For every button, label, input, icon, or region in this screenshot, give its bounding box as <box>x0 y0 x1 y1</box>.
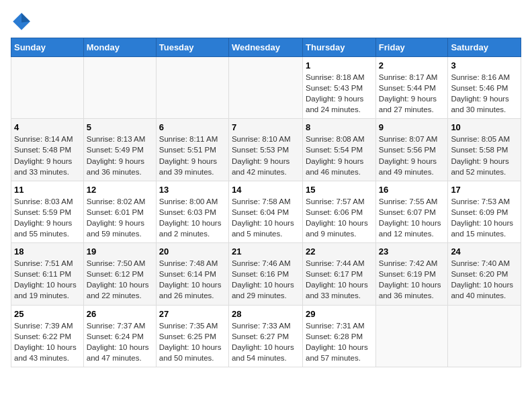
calendar-cell <box>156 57 228 119</box>
calendar-cell: 21Sunrise: 7:46 AMSunset: 6:16 PMDayligh… <box>228 243 302 305</box>
day-info: Sunrise: 7:42 AMSunset: 6:19 PMDaylight:… <box>379 258 445 301</box>
day-info: Sunrise: 8:16 AMSunset: 5:46 PMDaylight:… <box>451 72 518 115</box>
calendar-cell: 12Sunrise: 8:02 AMSunset: 6:01 PMDayligh… <box>83 181 156 242</box>
calendar-week-3: 11Sunrise: 8:03 AMSunset: 5:59 PMDayligh… <box>11 181 521 242</box>
calendar-week-1: 1Sunrise: 8:18 AMSunset: 5:43 PMDaylight… <box>11 57 521 119</box>
day-info: Sunrise: 7:51 AMSunset: 6:11 PMDaylight:… <box>14 258 81 301</box>
calendar-cell: 16Sunrise: 7:55 AMSunset: 6:07 PMDayligh… <box>375 181 448 242</box>
day-number: 3 <box>451 60 518 71</box>
calendar-week-5: 25Sunrise: 7:39 AMSunset: 6:22 PMDayligh… <box>11 305 521 367</box>
day-number: 10 <box>451 122 518 132</box>
calendar-cell: 28Sunrise: 7:33 AMSunset: 6:27 PMDayligh… <box>228 305 302 367</box>
day-number: 22 <box>306 246 373 257</box>
calendar-cell: 14Sunrise: 7:58 AMSunset: 6:04 PMDayligh… <box>228 181 302 242</box>
day-info: Sunrise: 8:03 AMSunset: 5:59 PMDaylight:… <box>14 196 81 239</box>
day-number: 23 <box>379 246 445 257</box>
day-number: 6 <box>159 122 226 132</box>
day-info: Sunrise: 7:44 AMSunset: 6:17 PMDaylight:… <box>306 258 373 301</box>
day-number: 24 <box>451 246 518 257</box>
day-info: Sunrise: 7:31 AMSunset: 6:28 PMDaylight:… <box>306 320 373 363</box>
day-info: Sunrise: 7:57 AMSunset: 6:06 PMDaylight:… <box>306 196 373 239</box>
calendar-cell: 3Sunrise: 8:16 AMSunset: 5:46 PMDaylight… <box>448 57 521 119</box>
calendar-cell: 25Sunrise: 7:39 AMSunset: 6:22 PMDayligh… <box>11 305 84 367</box>
day-number: 19 <box>87 246 153 257</box>
day-number: 25 <box>14 309 81 319</box>
calendar-cell: 8Sunrise: 8:08 AMSunset: 5:54 PMDaylight… <box>303 119 376 181</box>
day-info: Sunrise: 8:10 AMSunset: 5:53 PMDaylight:… <box>232 134 300 177</box>
day-info: Sunrise: 7:58 AMSunset: 6:04 PMDaylight:… <box>232 196 300 239</box>
day-number: 1 <box>306 60 373 71</box>
day-info: Sunrise: 8:05 AMSunset: 5:58 PMDaylight:… <box>451 134 518 177</box>
day-number: 29 <box>306 309 373 319</box>
day-of-week-tuesday: Tuesday <box>156 38 228 57</box>
day-info: Sunrise: 7:35 AMSunset: 6:25 PMDaylight:… <box>159 320 226 363</box>
calendar-cell: 9Sunrise: 8:07 AMSunset: 5:56 PMDaylight… <box>375 119 448 181</box>
day-info: Sunrise: 7:46 AMSunset: 6:16 PMDaylight:… <box>232 258 300 301</box>
day-of-week-friday: Friday <box>375 38 448 57</box>
calendar-cell: 27Sunrise: 7:35 AMSunset: 6:25 PMDayligh… <box>156 305 228 367</box>
day-number: 20 <box>159 246 226 257</box>
day-info: Sunrise: 7:40 AMSunset: 6:20 PMDaylight:… <box>451 258 518 301</box>
day-number: 28 <box>232 309 300 319</box>
day-info: Sunrise: 8:07 AMSunset: 5:56 PMDaylight:… <box>379 134 445 177</box>
page-header <box>11 11 521 32</box>
day-number: 15 <box>306 185 373 195</box>
calendar-cell: 11Sunrise: 8:03 AMSunset: 5:59 PMDayligh… <box>11 181 84 242</box>
calendar-header: SundayMondayTuesdayWednesdayThursdayFrid… <box>11 38 521 57</box>
day-info: Sunrise: 7:53 AMSunset: 6:09 PMDaylight:… <box>451 196 518 239</box>
day-number: 12 <box>87 185 153 195</box>
calendar-cell: 24Sunrise: 7:40 AMSunset: 6:20 PMDayligh… <box>448 243 521 305</box>
day-info: Sunrise: 8:13 AMSunset: 5:49 PMDaylight:… <box>87 134 153 177</box>
day-of-week-saturday: Saturday <box>448 38 521 57</box>
day-info: Sunrise: 8:08 AMSunset: 5:54 PMDaylight:… <box>306 134 373 177</box>
day-number: 13 <box>159 185 226 195</box>
day-number: 8 <box>306 122 373 132</box>
calendar-cell: 6Sunrise: 8:11 AMSunset: 5:51 PMDaylight… <box>156 119 228 181</box>
calendar-cell: 17Sunrise: 7:53 AMSunset: 6:09 PMDayligh… <box>448 181 521 242</box>
day-info: Sunrise: 8:11 AMSunset: 5:51 PMDaylight:… <box>159 134 226 177</box>
calendar-cell: 10Sunrise: 8:05 AMSunset: 5:58 PMDayligh… <box>448 119 521 181</box>
calendar-cell <box>83 57 156 119</box>
day-number: 18 <box>14 246 81 257</box>
logo-icon <box>11 11 32 32</box>
calendar-cell: 15Sunrise: 7:57 AMSunset: 6:06 PMDayligh… <box>303 181 376 242</box>
calendar-cell: 26Sunrise: 7:37 AMSunset: 6:24 PMDayligh… <box>83 305 156 367</box>
svg-marker-1 <box>21 13 30 22</box>
calendar-table: SundayMondayTuesdayWednesdayThursdayFrid… <box>11 38 521 367</box>
calendar-cell: 19Sunrise: 7:50 AMSunset: 6:12 PMDayligh… <box>83 243 156 305</box>
calendar-week-4: 18Sunrise: 7:51 AMSunset: 6:11 PMDayligh… <box>11 243 521 305</box>
day-number: 7 <box>232 122 300 132</box>
day-info: Sunrise: 8:00 AMSunset: 6:03 PMDaylight:… <box>159 196 226 239</box>
day-info: Sunrise: 7:50 AMSunset: 6:12 PMDaylight:… <box>87 258 153 301</box>
day-number: 9 <box>379 122 445 132</box>
calendar-cell <box>11 57 84 119</box>
day-info: Sunrise: 7:39 AMSunset: 6:22 PMDaylight:… <box>14 320 81 363</box>
calendar-cell: 20Sunrise: 7:48 AMSunset: 6:14 PMDayligh… <box>156 243 228 305</box>
calendar-cell <box>448 305 521 367</box>
calendar-cell: 18Sunrise: 7:51 AMSunset: 6:11 PMDayligh… <box>11 243 84 305</box>
calendar-cell: 1Sunrise: 8:18 AMSunset: 5:43 PMDaylight… <box>303 57 376 119</box>
calendar-cell <box>375 305 448 367</box>
day-number: 27 <box>159 309 226 319</box>
day-info: Sunrise: 7:55 AMSunset: 6:07 PMDaylight:… <box>379 196 445 239</box>
calendar-week-2: 4Sunrise: 8:14 AMSunset: 5:48 PMDaylight… <box>11 119 521 181</box>
day-of-week-thursday: Thursday <box>303 38 376 57</box>
calendar-cell: 7Sunrise: 8:10 AMSunset: 5:53 PMDaylight… <box>228 119 302 181</box>
calendar-cell: 5Sunrise: 8:13 AMSunset: 5:49 PMDaylight… <box>83 119 156 181</box>
day-info: Sunrise: 8:02 AMSunset: 6:01 PMDaylight:… <box>87 196 153 239</box>
day-of-week-sunday: Sunday <box>11 38 84 57</box>
day-number: 16 <box>379 185 445 195</box>
day-info: Sunrise: 8:17 AMSunset: 5:44 PMDaylight:… <box>379 72 445 115</box>
day-of-week-wednesday: Wednesday <box>228 38 302 57</box>
day-number: 2 <box>379 60 445 71</box>
day-number: 26 <box>87 309 153 319</box>
day-number: 11 <box>14 185 81 195</box>
calendar-cell: 23Sunrise: 7:42 AMSunset: 6:19 PMDayligh… <box>375 243 448 305</box>
calendar-cell: 2Sunrise: 8:17 AMSunset: 5:44 PMDaylight… <box>375 57 448 119</box>
day-number: 4 <box>14 122 81 132</box>
day-number: 21 <box>232 246 300 257</box>
day-number: 14 <box>232 185 300 195</box>
calendar-cell: 29Sunrise: 7:31 AMSunset: 6:28 PMDayligh… <box>303 305 376 367</box>
day-info: Sunrise: 7:37 AMSunset: 6:24 PMDaylight:… <box>87 320 153 363</box>
day-info: Sunrise: 8:18 AMSunset: 5:43 PMDaylight:… <box>306 72 373 115</box>
